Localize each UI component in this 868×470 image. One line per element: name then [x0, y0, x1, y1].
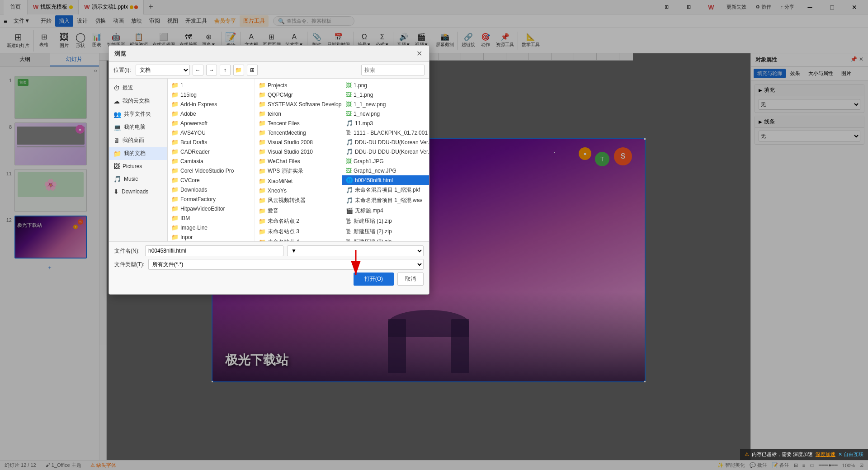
file-item-ddudu2[interactable]: 🎵DDU-DU DDU-DU(Korean Ver.) - BL... [342, 147, 429, 156]
file-item-systemax[interactable]: 📁SYSTEMAX Software Development [255, 99, 342, 109]
dialog-sidebar: ⏱ 最近 ☁ 我的云文档 👥 共享文件夹 💻 我的电脑 🖥 我的桌面 [109, 79, 168, 241]
dialog-close-btn[interactable]: ✕ [415, 49, 424, 58]
file-item-site4[interactable]: 📁未命名站点 4 [255, 237, 342, 241]
sidebar-desktop[interactable]: 🖥 我的桌面 [109, 134, 167, 147]
file-item-site2[interactable]: 📁未命名站点 2 [255, 216, 342, 226]
filename-input[interactable] [145, 245, 283, 256]
file-item-graph1jpg[interactable]: 🖼Graph1.JPG [342, 156, 429, 166]
dialog-title-text: 浏览 [114, 50, 126, 58]
file-item-untitledmp4[interactable]: 🎬无标题.mp4 [342, 206, 429, 216]
dialog-new-folder-btn[interactable]: 📁 [233, 65, 244, 75]
sidebar-music[interactable]: 🎵 Music [109, 173, 167, 185]
sidebar-documents[interactable]: 📁 我的文档 [109, 147, 167, 160]
filetype-label: 文件类型(T): [114, 261, 145, 268]
file-item-aisound[interactable]: 📁爱音 [255, 206, 342, 216]
file-item-zip3[interactable]: 🗜新建压缩 (3).zip [342, 237, 429, 241]
file-item-addin[interactable]: 📁Add-in Express [168, 99, 255, 109]
dialog-up-btn[interactable]: ↑ [220, 65, 231, 75]
documents-icon: 📁 [113, 150, 121, 157]
file-item-cadreader[interactable]: 📁CADReader [168, 147, 255, 156]
img-icon-1-1newpng: 🖼 [346, 101, 352, 108]
file-item-ibm[interactable]: 📁IBM [168, 213, 255, 223]
dialog-path-label: 位置(I): [113, 66, 131, 74]
file-item-corel[interactable]: 📁Corel VideoStudio Pro [168, 166, 255, 175]
file-item-wps[interactable]: 📁WPS 演讲实录 [255, 166, 342, 176]
cancel-btn[interactable]: 取消 [397, 273, 424, 286]
file-item-ddudu1[interactable]: 🎵DDU-DU DDU-DU(Korean Ver.) - BL... [342, 137, 429, 147]
sidebar-pictures[interactable]: 🖼 Pictures [109, 160, 167, 173]
file-item-1-1png[interactable]: 🖼1_1.png [342, 90, 429, 99]
file-item-downloads[interactable]: 📁Downloads [168, 185, 255, 194]
file-item-zip2[interactable]: 🗜新建压缩 (2).zip [342, 226, 429, 237]
file-item-h00458html[interactable]: 🌐h00458nifli.html [342, 175, 429, 185]
audio-icon-ddudu1: 🎵 [346, 139, 353, 146]
folder-icon-wechat: 📁 [259, 158, 266, 164]
file-item-tencentfiles[interactable]: 📁Tencent Files [255, 118, 342, 128]
file-item-unmixed1wav[interactable]: 🎵未命名混音项目 1_缩混.wav [342, 195, 429, 206]
dialog-back-btn[interactable]: ← [193, 65, 203, 75]
notification-bar: ⚠ 内存已超标，需要 深度加速 深度加速 ✕ 自由互联 [740, 449, 868, 460]
recent-icon: ⏱ [113, 85, 120, 92]
file-item-adobe[interactable]: 📁Adobe [168, 109, 255, 118]
notification-action[interactable]: 深度加速 [816, 451, 835, 458]
file-item-vs2008[interactable]: 📁Visual Studio 2008 [255, 137, 342, 147]
dialog-path-select[interactable]: 文档 桌面 下载 [136, 65, 190, 75]
file-item-qqpcmgr[interactable]: 📁QQPCMgr [255, 90, 342, 99]
file-item-11mp3[interactable]: 🎵11.mp3 [342, 118, 429, 128]
sidebar-computer-label: 我的电脑 [124, 123, 146, 131]
sidebar-desktop-label: 我的桌面 [123, 136, 144, 144]
sidebar-shared-label: 共享文件夹 [124, 110, 151, 118]
file-item-fengcloud[interactable]: 📁风云视频转换器 [255, 195, 342, 206]
folder-icon-vs2010: 📁 [259, 148, 266, 155]
file-item-hitpaw[interactable]: 📁HitpawVideoEditor [168, 204, 255, 213]
file-item-projects[interactable]: 📁Projects [255, 80, 342, 90]
filetype-select[interactable]: 所有文件(*.*) HTML文件(*.html) 文本文件(*.txt) [148, 259, 424, 270]
file-item-vs2010[interactable]: 📁Visual Studio 2010 [255, 147, 342, 156]
folder-icon-fengcloud: 📁 [259, 197, 266, 204]
file-item-camtasia[interactable]: 📁Camtasia [168, 156, 255, 166]
folder-icon-teiron: 📁 [259, 110, 266, 117]
filename-dropdown[interactable]: ▼ [287, 245, 424, 256]
dialog-search-input[interactable] [361, 65, 425, 75]
file-item-bcut[interactable]: 📁Bcut Drafts [168, 137, 255, 147]
open-btn[interactable]: 打开(O) [354, 273, 394, 286]
file-item-zip1[interactable]: 🗜新建压缩 (1).zip [342, 216, 429, 226]
sidebar-computer[interactable]: 💻 我的电脑 [109, 121, 167, 134]
folder-icon-camtasia: 📁 [171, 158, 179, 164]
file-item-teiron[interactable]: 📁teiron [255, 109, 342, 118]
file-item-1newpng[interactable]: 🖼1_new.png [342, 109, 429, 118]
file-item-wechat[interactable]: 📁WeChat Files [255, 156, 342, 166]
file-item-115log[interactable]: 📁115log [168, 90, 255, 99]
sidebar-shared[interactable]: 👥 共享文件夹 [109, 108, 167, 121]
sidebar-recent[interactable]: ⏱ 最近 [109, 81, 167, 94]
file-item-site3[interactable]: 📁未命名站点 3 [255, 226, 342, 237]
file-item-1[interactable]: 📁1 [168, 80, 255, 90]
footer-buttons: 打开(O) 取消 [114, 273, 424, 286]
file-dialog: 浏览 ✕ 位置(I): 文档 桌面 下载 ← → ↑ 📁 ⊞ ⏱ 最近 [108, 45, 429, 295]
file-item-formatfactory[interactable]: 📁FormatFactory [168, 194, 255, 204]
folder-icon-site2: 📁 [259, 218, 266, 225]
file-item-1png[interactable]: 🖼1.png [342, 80, 429, 90]
file-item-tencentmeeting[interactable]: 📁TencentMeeting [255, 128, 342, 137]
file-item-xiaominet[interactable]: 📁XiaoMiNet [255, 176, 342, 186]
file-item-cvcore[interactable]: 📁CVCore [168, 175, 255, 185]
file-item-1-1newpng[interactable]: 🖼1_1_new.png [342, 99, 429, 109]
file-item-imageline[interactable]: 📁Image-Line [168, 223, 255, 232]
folder-icon-aisound: 📁 [259, 207, 266, 214]
sidebar-downloads[interactable]: ⬇ Downloads [109, 185, 167, 198]
file-item-avs4you[interactable]: 📁AVS4YOU [168, 128, 255, 137]
dialog-view-btn[interactable]: ⊞ [247, 65, 258, 75]
file-item-unmixed1pkf[interactable]: 🎵未命名混音项目 1_缩混.pkf [342, 185, 429, 195]
file-item-xneoys[interactable]: 📁XneoYs [255, 186, 342, 195]
folder-icon-xneoys: 📁 [259, 187, 266, 194]
file-item-inpor[interactable]: 📁Inpor [168, 232, 255, 241]
folder-icon-downloads: 📁 [171, 186, 179, 193]
file-item-blackpink[interactable]: 🗜1111 - BLACKPINK_01.7z.001 [342, 128, 429, 137]
buttons-area: 打开(O) 取消 [114, 273, 424, 291]
folder-icon-projects: 📁 [259, 82, 266, 89]
sidebar-cloud[interactable]: ☁ 我的云文档 [109, 94, 167, 108]
file-item-apowersoft[interactable]: 📁Apowersoft [168, 118, 255, 128]
dialog-forward-btn[interactable]: → [206, 65, 217, 75]
folder-icon-1: 📁 [171, 82, 179, 89]
file-item-graph1newjpg[interactable]: 🖼Graph1_new.JPG [342, 166, 429, 175]
